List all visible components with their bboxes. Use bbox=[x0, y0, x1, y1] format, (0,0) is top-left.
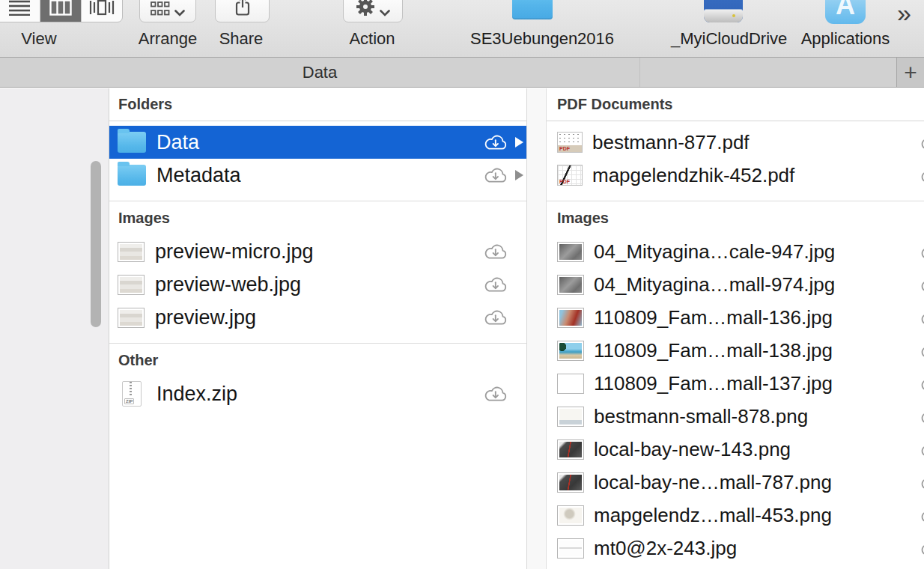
list-item[interactable]: PDFmapgelendzhik-452.pdf bbox=[547, 159, 924, 192]
list-item[interactable]: preview-web.jpg bbox=[109, 268, 526, 301]
arrange-icon bbox=[151, 1, 170, 16]
file-name: preview-micro.jpg bbox=[155, 240, 314, 264]
file-name: mapgelendz…mall-453.png bbox=[594, 504, 832, 527]
toolbar: View Arrange Share bbox=[0, 0, 924, 58]
cloud-download-icon[interactable] bbox=[920, 506, 924, 524]
cloud-download-icon[interactable] bbox=[483, 133, 508, 151]
folder-icon bbox=[118, 165, 146, 186]
list-view-icon bbox=[8, 0, 31, 16]
chevron-down-icon bbox=[380, 10, 390, 16]
image-thumbnail bbox=[557, 275, 584, 295]
arrange-button[interactable] bbox=[139, 0, 196, 22]
section-header: Folders bbox=[109, 88, 526, 121]
section-header-label: PDF Documents bbox=[547, 96, 672, 113]
cloud-download-icon[interactable] bbox=[483, 276, 508, 293]
tab-bar: Data + bbox=[0, 58, 924, 88]
list-item[interactable]: mapgelendz…mall-453.png bbox=[547, 499, 924, 532]
file-name: local-bay-ne…mall-787.png bbox=[594, 471, 832, 494]
image-thumbnail bbox=[557, 242, 584, 262]
action-button[interactable] bbox=[343, 0, 403, 22]
file-name: bestmann-small-878.png bbox=[594, 405, 808, 428]
cloud-download-icon[interactable] bbox=[920, 276, 924, 293]
list-item[interactable]: 04_Mityagina…mall-974.jpg bbox=[547, 268, 924, 301]
cloud-download-icon[interactable] bbox=[920, 407, 924, 425]
cloud-download-icon[interactable] bbox=[483, 243, 508, 261]
file-name: local-bay-new-143.png bbox=[594, 438, 791, 461]
drive-base bbox=[704, 9, 743, 22]
cloud-download-icon[interactable] bbox=[920, 243, 924, 261]
new-tab-button[interactable]: + bbox=[896, 58, 924, 87]
sidebar bbox=[0, 88, 109, 569]
section-header: PDF Documents bbox=[547, 88, 924, 121]
cloud-download-icon[interactable] bbox=[920, 308, 924, 326]
cloud-download-icon[interactable] bbox=[920, 341, 924, 359]
pdf-file-icon: PDF bbox=[557, 132, 583, 153]
toolbar-shortcut-se3uebungen2016[interactable]: SE3Uebungen2016 bbox=[470, 29, 595, 49]
list-item[interactable]: PDFbestmann-877.pdf bbox=[547, 126, 924, 159]
disclosure-triangle-icon[interactable] bbox=[515, 170, 523, 180]
list-item[interactable]: bestmann-small-878.png bbox=[547, 400, 924, 433]
toolbar-shortcut-applications[interactable]: Applications bbox=[797, 29, 894, 49]
toolbar-shortcut-myicloudrive[interactable]: _MyiCloudDrive bbox=[671, 29, 776, 49]
cloud-download-icon[interactable] bbox=[920, 166, 924, 184]
tab-data[interactable]: Data bbox=[0, 58, 640, 87]
file-name: mapgelendzhik-452.pdf bbox=[592, 164, 794, 187]
pdf-file-icon: PDF bbox=[557, 165, 583, 186]
cloud-download-icon[interactable] bbox=[920, 539, 924, 557]
sidebar-scrollbar[interactable] bbox=[91, 161, 101, 327]
chevron-down-icon bbox=[174, 10, 185, 16]
list-item[interactable]: preview.jpg bbox=[109, 301, 526, 334]
file-name: mt0@2x-243.jpg bbox=[594, 537, 737, 560]
list-item[interactable]: Data bbox=[109, 126, 526, 159]
toolbar-overflow-chevron[interactable]: » bbox=[897, 0, 910, 28]
image-thumbnail bbox=[557, 374, 584, 394]
external-drive-icon[interactable] bbox=[704, 0, 743, 22]
file-name: 04_Mityagina…cale-947.jpg bbox=[594, 240, 835, 264]
section-header-label: Folders bbox=[109, 96, 172, 113]
list-item[interactable]: Metadata bbox=[109, 159, 526, 192]
view-segmented-control bbox=[0, 0, 123, 22]
zip-file-icon: ZIP bbox=[122, 381, 142, 407]
column-folders: FoldersDataMetadataImagespreview-micro.j… bbox=[109, 88, 526, 569]
cloud-download-icon[interactable] bbox=[920, 473, 924, 491]
list-item[interactable]: 110809_Fam…mall-137.jpg bbox=[547, 367, 924, 400]
list-item[interactable]: 110809_Fam…mall-136.jpg bbox=[547, 301, 924, 334]
file-name: Data bbox=[156, 131, 199, 154]
file-name: 110809_Fam…mall-137.jpg bbox=[594, 372, 833, 395]
file-name: preview-web.jpg bbox=[155, 273, 301, 296]
action-label: Action bbox=[335, 29, 410, 49]
cloud-download-icon[interactable] bbox=[920, 374, 924, 392]
list-item[interactable]: mt0@2x-243.jpg bbox=[547, 532, 924, 565]
list-item[interactable]: preview-micro.jpg bbox=[109, 235, 526, 268]
pdf-badge: PDF bbox=[559, 179, 570, 184]
cloud-download-icon[interactable] bbox=[483, 166, 508, 184]
list-item[interactable]: 110809_Fam…mall-138.jpg bbox=[547, 334, 924, 367]
file-name: Metadata bbox=[156, 164, 241, 187]
cloud-download-icon[interactable] bbox=[483, 385, 508, 403]
cloud-download-icon[interactable] bbox=[920, 133, 924, 151]
drive-led bbox=[732, 14, 735, 17]
view-segment-list-view[interactable] bbox=[0, 0, 40, 22]
section-header: Images bbox=[547, 201, 924, 235]
list-item[interactable]: local-bay-ne…mall-787.png bbox=[547, 466, 924, 499]
view-segment-coverflow-view[interactable] bbox=[81, 0, 122, 22]
file-name: preview.jpg bbox=[155, 306, 256, 329]
applications-icon[interactable]: A bbox=[825, 0, 866, 24]
list-item[interactable]: ZIPIndex.zip bbox=[109, 377, 526, 410]
image-thumbnail bbox=[557, 505, 584, 526]
folder-icon[interactable] bbox=[512, 0, 553, 19]
cloud-download-icon[interactable] bbox=[920, 440, 924, 458]
gear-icon bbox=[356, 0, 375, 16]
list-item[interactable]: 04_Mityagina…cale-947.jpg bbox=[547, 235, 924, 268]
list-item[interactable]: local-bay-new-143.png bbox=[547, 433, 924, 466]
view-segment-column-view[interactable] bbox=[40, 0, 81, 22]
coverflow-view-icon bbox=[89, 0, 115, 16]
column-files: PDF DocumentsPDFbestmann-877.pdfPDFmapge… bbox=[547, 88, 924, 569]
column-divider[interactable] bbox=[526, 88, 547, 569]
share-button[interactable] bbox=[215, 0, 270, 22]
disclosure-triangle-icon[interactable] bbox=[515, 137, 523, 147]
file-name: 110809_Fam…mall-136.jpg bbox=[594, 306, 833, 329]
cloud-download-icon[interactable] bbox=[483, 308, 508, 326]
file-name: 04_Mityagina…mall-974.jpg bbox=[594, 273, 835, 296]
image-thumbnail bbox=[557, 341, 584, 361]
